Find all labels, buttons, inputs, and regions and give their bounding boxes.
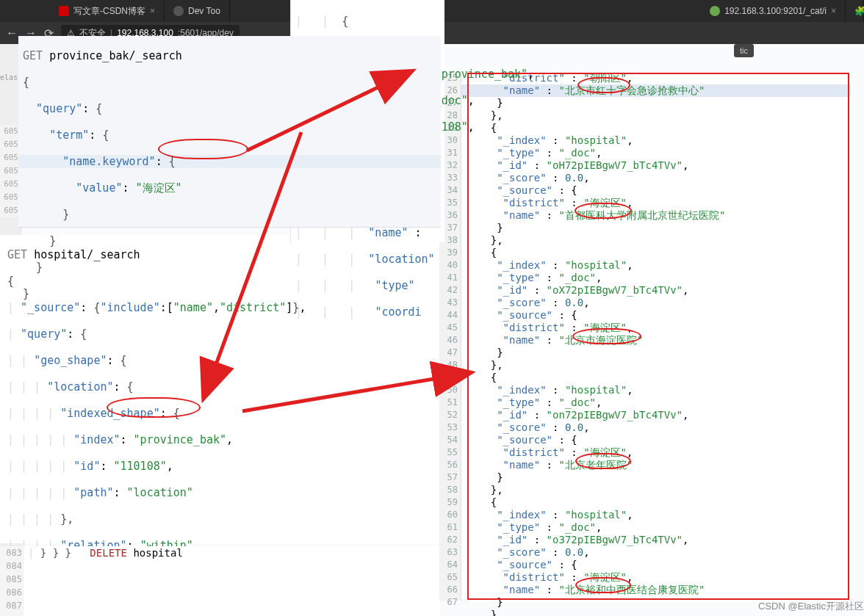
elastic-tab-fragment: tic	[734, 44, 754, 57]
tab-title: Dev Too	[188, 6, 220, 16]
annotation-oval-chaoyang	[577, 77, 630, 93]
annotation-oval-haidian-1	[575, 203, 632, 219]
annotation-oval-haidian-2	[572, 328, 641, 344]
tab-title: 写文章-CSDN博客	[73, 5, 145, 18]
tab-title: 192.168.3.100:9201/_cat/i	[724, 6, 827, 16]
annotation-result-frame	[467, 73, 849, 600]
browser-tab-extra[interactable]: 🧩	[846, 0, 864, 22]
close-icon[interactable]: ×	[831, 6, 836, 16]
editor-bottom-rows: 083 084 085 086 087 | } } } DELETE hospi…	[0, 546, 439, 616]
pane-province-search[interactable]: GET province_bak/_search { "query": { "t…	[18, 36, 441, 227]
left-line-numbers: 605 605 605 605 605 605 605	[0, 125, 21, 217]
browser-tab-csdn[interactable]: 写文章-CSDN博客 ×	[0, 0, 165, 22]
annotation-oval-haidian-4	[575, 577, 631, 593]
browser-tab-devtools[interactable]: Dev Too	[165, 0, 230, 22]
annotation-oval-haidian-query	[158, 139, 248, 159]
annotation-oval-id-110108	[107, 397, 201, 418]
plugin-icon: 🧩	[854, 6, 864, 16]
close-icon[interactable]: ×	[150, 6, 155, 16]
annotation-oval-haidian-3	[575, 453, 631, 469]
csdn-icon	[59, 6, 69, 16]
kibana-icon	[173, 6, 184, 16]
back-icon[interactable]: ←	[6, 26, 18, 40]
browser-tab-cat[interactable]: 192.168.3.100:9201/_cat/i ×	[701, 0, 846, 22]
globe-icon	[710, 6, 720, 16]
watermark: CSDN @Elastic开源社区	[758, 600, 864, 613]
